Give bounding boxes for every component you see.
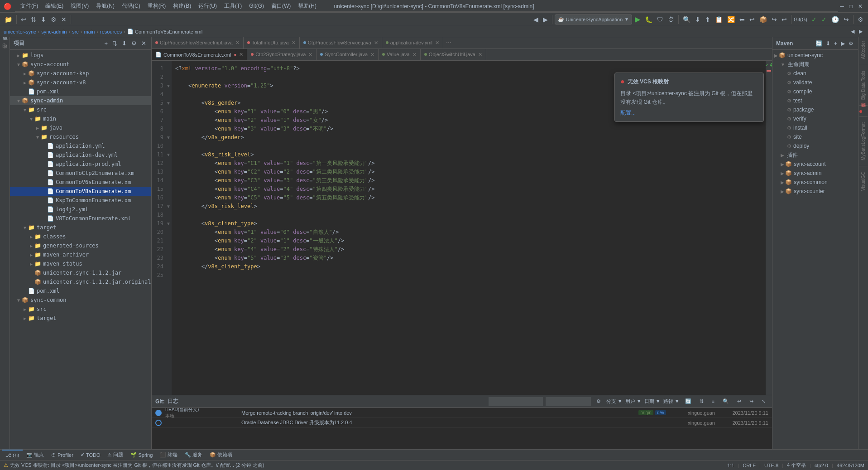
maven-phase-test[interactable]: ⚙ test — [772, 96, 858, 105]
git-filter-btn[interactable]: ⚙ — [594, 397, 604, 405]
git-redo-log[interactable]: ↪ — [747, 397, 756, 405]
menu-edit[interactable]: 编辑(E) — [42, 0, 67, 11]
maven-add[interactable]: + — [833, 39, 838, 48]
git-compare-btn[interactable]: ≡ — [709, 398, 717, 405]
minimize-btn[interactable]: ─ — [838, 0, 846, 12]
menu-refactor[interactable]: 重构(R) — [144, 0, 170, 11]
breadcrumb-src[interactable]: src — [72, 29, 79, 34]
git-expand-log[interactable]: ⤡ — [759, 397, 768, 405]
tree-item-jar1[interactable]: 📦 unicenter.sync-1.1.2.jar — [10, 268, 151, 277]
tree-item-application-prod-yml[interactable]: 📄 application-prod.yml — [10, 160, 151, 169]
git-search-input[interactable] — [489, 397, 543, 406]
toolbar-deps-tab[interactable]: 📦 依赖项 — [206, 450, 236, 460]
tree-item-maven-status[interactable]: ▶ 📁 maven-status — [10, 259, 151, 268]
git-checkmark2[interactable]: ✓ — [820, 14, 829, 25]
maven-phase-validate[interactable]: ⚙ validate — [772, 78, 858, 87]
toolbar-nav-back[interactable]: ◀ — [532, 14, 540, 25]
menu-file[interactable]: 文件(F) — [17, 0, 42, 11]
git-revert[interactable]: ↩ — [748, 14, 757, 25]
breadcrumb-main[interactable]: main — [84, 29, 95, 34]
maximize-btn[interactable]: □ — [848, 0, 854, 12]
toolbar-issues-tab[interactable]: ⚠ 问题 — [104, 450, 127, 460]
git-undo-log[interactable]: ↩ — [734, 397, 744, 405]
git-branch-search[interactable] — [546, 397, 591, 406]
breadcrumb-unicenter[interactable]: unicenter-sync — [4, 29, 36, 34]
menu-run[interactable]: 运行(U) — [195, 0, 221, 11]
maven-lifecycle-section[interactable]: ▼ 生命周期 — [772, 60, 858, 69]
status-line-ending[interactable]: CRLF — [743, 463, 756, 468]
nav-back-btn[interactable]: ◀ — [849, 26, 856, 38]
tree-item-sync-account-ksp[interactable]: ▶ 📦 sync-account-ksp — [10, 69, 151, 78]
tree-item-log4j2[interactable]: 📄 log4j2.yml — [10, 205, 151, 214]
settings-global[interactable]: ⚙ — [856, 14, 865, 25]
tree-expand[interactable]: ⇅ — [111, 39, 119, 47]
tree-new-file[interactable]: + — [103, 39, 109, 47]
tree-item-jar2[interactable]: 📦 unicenter.sync-1.1.2.jar.original — [10, 277, 151, 286]
maven-phase-clean[interactable]: ⚙ clean — [772, 69, 858, 78]
run-profile-btn[interactable]: ⏱ — [666, 14, 676, 25]
tree-item-sync-account[interactable]: ▼ 📦 sync-account — [10, 60, 151, 69]
notif-config-link[interactable]: 配置... — [620, 110, 636, 116]
git-refresh-btn[interactable]: 🔄 — [682, 397, 694, 405]
toolbar-git-tab[interactable]: ⎇ Git — [2, 450, 23, 460]
git-merge[interactable]: ⬅ — [738, 14, 747, 25]
coverage-btn[interactable]: 🛡 — [655, 14, 665, 25]
tab-close-active[interactable]: ✕ — [239, 52, 243, 58]
run-btn[interactable]: ▶ — [633, 14, 642, 25]
menu-view[interactable]: 视图(V) — [67, 0, 92, 11]
status-position[interactable]: 1:1 — [727, 463, 734, 468]
maven-phase-deploy[interactable]: ⚙ deploy — [772, 141, 858, 150]
project-tool-icon[interactable]: 项目 — [0, 39, 10, 48]
tree-item-sync-common-target[interactable]: ▶ 📁 target — [10, 314, 151, 323]
tab-close-switch[interactable]: ✕ — [478, 52, 482, 58]
git-history[interactable]: 📋 — [713, 14, 724, 25]
toolbar-collapse[interactable]: ⬇ — [39, 14, 48, 25]
tree-item-classes[interactable]: ▶ 📁 classes — [10, 232, 151, 241]
tab-close-btn3[interactable]: ✕ — [374, 40, 378, 46]
git-row-2[interactable]: Oracle Database JDBC Driver 升级版本为11.2.0.… — [152, 418, 772, 428]
menu-nav[interactable]: 导航(N) — [92, 0, 118, 11]
tab-ctp-process-flow[interactable]: CtpProcessFlowService.java ✕ — [300, 37, 382, 48]
undo-btn[interactable]: ↪ — [770, 14, 779, 25]
status-encoding[interactable]: UTF-8 — [764, 463, 778, 468]
tree-item-sync-common[interactable]: ▼ 📦 sync-common — [10, 296, 151, 305]
tree-item-common-v6[interactable]: 📄 CommonToV6sEnumerate.xm — [10, 178, 151, 187]
toolbar-todo-tab[interactable]: ✔ TODO — [77, 450, 104, 460]
breadcrumb-sync-admin[interactable]: sync-admin — [41, 29, 67, 34]
maven-plugins-section[interactable]: ▶ 插件 — [772, 150, 858, 160]
tab-object-switch[interactable]: ObjectSwitchUtil.java ✕ — [421, 49, 486, 60]
git-update[interactable]: ⬇ — [693, 14, 702, 25]
maven-phase-install[interactable]: ⚙ install — [772, 123, 858, 132]
maven-settings[interactable]: ⚙ — [848, 39, 854, 48]
tab-close-btn2[interactable]: ✕ — [292, 40, 296, 46]
visualgc-tab[interactable]: VisualGC — [861, 170, 866, 193]
git-path-filter[interactable]: 路径 ▼ — [663, 398, 680, 405]
git-merge-btn[interactable]: ⇅ — [697, 397, 706, 405]
toolbar-sync[interactable]: ↩ — [19, 14, 28, 25]
maven-module-sync-counter[interactable]: ▶ 📦 sync-counter — [772, 187, 858, 196]
toolbar-hide[interactable]: ✕ — [59, 14, 68, 25]
git-checkmark1[interactable]: ✓ — [810, 14, 819, 25]
tree-item-sync-account-v8[interactable]: ▶ 📦 sync-account-v8 — [10, 78, 151, 87]
git-shelve[interactable]: 📦 — [758, 14, 769, 25]
tree-item-pom-account[interactable]: 📄 pom.xml — [10, 87, 151, 96]
tab-close-btn[interactable]: ✕ — [235, 40, 240, 46]
tab-close-value[interactable]: ✕ — [412, 52, 417, 58]
tree-item-target[interactable]: ▼ 📁 target — [10, 223, 151, 232]
translate-tab[interactable]: 翻译 — [860, 109, 867, 113]
alxcoder-tab[interactable]: AlXcoder — [861, 39, 866, 61]
tree-settings[interactable]: ⚙ — [130, 39, 138, 47]
menu-help[interactable]: 帮助(H) — [294, 0, 320, 11]
git-push[interactable]: ⬆ — [703, 14, 712, 25]
toolbar-services-tab[interactable]: 🔧 服务 — [181, 450, 206, 460]
toolbar-expand-all[interactable]: ⇅ — [29, 14, 38, 25]
git-user-filter[interactable]: 用户 ▼ — [625, 398, 642, 405]
tree-item-main[interactable]: ▼ 📁 main — [10, 114, 151, 123]
git-log-content[interactable]: HEAD(当前分支) 本地 Merge remote-tracking bran… — [152, 408, 772, 449]
tab-close-ctp2[interactable]: ✕ — [308, 52, 312, 58]
tab-sync-controller[interactable]: SyncController.java ✕ — [317, 49, 379, 60]
tree-item-sync-admin[interactable]: ▼ 📦 sync-admin — [10, 96, 151, 105]
status-profile[interactable]: ctp2.0 — [815, 463, 828, 468]
tab-close-ctrl[interactable]: ✕ — [370, 52, 374, 58]
tree-item-src[interactable]: ▼ 📁 src — [10, 105, 151, 114]
